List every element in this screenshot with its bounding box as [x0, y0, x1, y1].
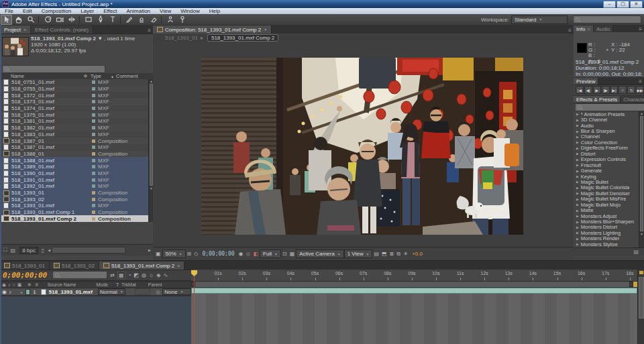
reset-exposure-icon[interactable]: ☀ [403, 251, 408, 257]
disclosure-triangle-icon[interactable]: ▶ [576, 225, 579, 229]
project-item[interactable]: 518_1382_01.mxfMXF [0, 125, 148, 131]
work-area-bar[interactable] [191, 282, 637, 288]
timeline-tab[interactable]: 518_1393_01.mxf Comp 2× [99, 262, 184, 270]
new-folder-icon[interactable]: ▤ [633, 249, 639, 255]
magnification-dropdown[interactable]: 50% ▼ [162, 249, 186, 258]
timeline-tab[interactable]: 518_1393_01 [0, 262, 50, 270]
project-item[interactable]: 518_0755_01.mxfMXF [0, 86, 148, 93]
timeline-timecode[interactable]: 0;00;00;00 [3, 271, 47, 280]
breadcrumb-current[interactable]: 518_1393_01.mxf Comp 2 [207, 34, 278, 42]
last-frame-button[interactable]: ▶| [610, 86, 619, 94]
menu-edit[interactable]: Edit [18, 8, 37, 14]
tab-project[interactable]: Project × [0, 25, 31, 34]
workspace-dropdown[interactable]: Standard ▼ [511, 15, 568, 24]
menu-help[interactable]: Help [205, 8, 225, 14]
hand-tool[interactable] [13, 15, 24, 25]
project-item[interactable]: 518_1375_01.mxfMXF [0, 111, 148, 118]
pen-tool[interactable] [95, 15, 106, 25]
rectangle-tool[interactable] [83, 15, 94, 25]
project-item[interactable]: 518_0751_01.mxfMXF [0, 79, 148, 86]
title-bar[interactable]: Ae Adobe After Effects - Untitled Projec… [0, 0, 644, 8]
first-frame-button[interactable]: |◀ [576, 86, 584, 94]
playhead-line[interactable] [194, 270, 195, 344]
safe-margins-icon[interactable]: ⊞ [187, 251, 192, 257]
close-icon[interactable]: × [23, 27, 26, 32]
type-tool[interactable] [107, 15, 118, 25]
panel-menu-icon[interactable]: ≡ [639, 26, 642, 32]
project-bit-depth[interactable]: 8 bpc [19, 247, 38, 254]
brainstorm-icon[interactable]: ☼ [149, 272, 154, 278]
column-index[interactable]: # [36, 282, 38, 287]
effects-search[interactable] [575, 103, 644, 111]
column-parent[interactable]: Parent [148, 282, 162, 287]
minimize-button[interactable]: – [603, 1, 616, 8]
trash-icon[interactable]: ▯ [42, 247, 44, 253]
disclosure-triangle-icon[interactable]: ▶ [576, 220, 579, 224]
project-item[interactable]: 518_1393_02Composition [0, 196, 148, 203]
disclosure-triangle-icon[interactable]: ▶ [576, 129, 579, 133]
viewer-timecode[interactable]: 0;00;00;00 [202, 251, 234, 257]
loop-button[interactable]: ↻ [627, 86, 635, 94]
brush-tool[interactable] [123, 15, 135, 25]
disclosure-triangle-icon[interactable]: ▶ [576, 174, 579, 178]
parent-dropdown[interactable]: None ▼ [162, 288, 191, 295]
project-item[interactable]: 518_1373_01.mxfMXF [0, 99, 148, 105]
composition-viewer[interactable] [153, 42, 574, 247]
snapshot-icon[interactable]: ◉ [239, 251, 244, 257]
project-search[interactable] [2, 65, 105, 73]
grid-options-icon[interactable]: ▤ [374, 251, 379, 257]
camera-dropdown[interactable]: Active Camera ▼ [296, 249, 343, 258]
show-snapshot-icon[interactable]: ◎ [246, 251, 251, 257]
project-hscrollbar[interactable] [52, 247, 125, 253]
region-of-interest-icon[interactable]: ⊡ [282, 251, 287, 257]
project-item[interactable]: 518_1387_01Composition [0, 137, 148, 144]
flowchart-icon[interactable]: ⧉ [396, 251, 400, 257]
layer-expand-icon[interactable]: ▸ [21, 290, 23, 294]
tab-preview[interactable]: Preview [574, 78, 598, 84]
disclosure-triangle-icon[interactable]: ▶ [576, 197, 579, 201]
always-preview-icon[interactable]: ▣ [156, 251, 161, 257]
zoom-tool[interactable] [25, 15, 36, 25]
project-item[interactable]: 518_1392_01.mxfMXF [0, 183, 148, 190]
scroll-up-icon[interactable]: ▲ [639, 111, 644, 115]
menu-composition[interactable]: Composition [37, 8, 76, 14]
help-search[interactable] [573, 15, 641, 23]
project-item[interactable]: 518_1390_01.mxfMXF [0, 170, 148, 177]
label-column-icon[interactable]: ❖ [83, 73, 88, 79]
tab-effects-presets[interactable]: Effects & Presets [574, 96, 621, 103]
column-trkmat[interactable]: TrkMat [121, 282, 136, 287]
resolution-dropdown[interactable]: Full ▼ [260, 249, 281, 258]
menu-layer[interactable]: Layer [76, 8, 99, 14]
panel-menu-icon[interactable]: ≡ [639, 78, 642, 84]
tab-info[interactable]: Info× [574, 25, 594, 32]
disclosure-triangle-icon[interactable]: ▶ [576, 214, 579, 218]
column-t[interactable]: T [116, 282, 119, 287]
disclosure-triangle-icon[interactable]: ▶ [576, 209, 579, 213]
ram-preview-button[interactable]: ▶▶ [636, 86, 644, 94]
play-button[interactable]: ▶ [593, 86, 601, 94]
scroll-right-icon[interactable]: ▶ [148, 248, 151, 252]
disclosure-triangle-icon[interactable]: ▶ [576, 152, 579, 156]
camera-tool[interactable] [54, 15, 65, 25]
show-channel-icon[interactable]: ◧ [254, 251, 259, 257]
disclosure-triangle-icon[interactable]: ▶ [576, 163, 579, 167]
timeline-search[interactable] [52, 271, 107, 279]
column-mode[interactable]: Mode [96, 282, 108, 287]
disclosure-triangle-icon[interactable]: ▶ [576, 203, 579, 207]
next-frame-button[interactable]: |▶ [602, 86, 610, 94]
blend-mode-dropdown[interactable]: Normal ▼ [98, 288, 125, 295]
maximize-button[interactable]: ▢ [616, 1, 629, 8]
project-search-input[interactable] [11, 66, 103, 73]
project-item[interactable]: 518_1393_01Composition [0, 190, 148, 196]
eraser-tool[interactable] [148, 15, 159, 25]
project-item[interactable]: 518_1372_01.mxfMXF [0, 92, 148, 99]
disclosure-triangle-icon[interactable]: ▶ [576, 191, 579, 195]
project-item[interactable]: 518_1381_01.mxfMXF [0, 118, 148, 125]
selection-tool[interactable] [1, 15, 12, 25]
mask-visibility-icon[interactable]: ◇ [194, 251, 198, 257]
layer-name[interactable]: 518_1393_01.mxf [49, 289, 93, 295]
disclosure-triangle-icon[interactable]: ▶ [576, 158, 579, 162]
disclosure-triangle-icon[interactable]: ▶ [576, 169, 579, 173]
column-name[interactable]: Name [11, 73, 24, 79]
effects-search-input[interactable] [584, 104, 642, 111]
